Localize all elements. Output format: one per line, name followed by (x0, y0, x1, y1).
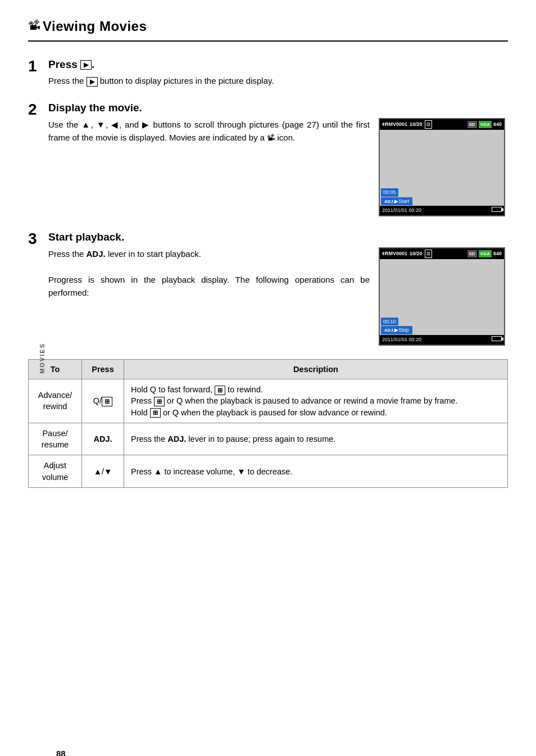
step-3-number: 3 (28, 230, 48, 346)
cell-press-advance: Q/⊞ (82, 379, 124, 423)
screen-2-adj: ADJ.▶Stop (381, 326, 412, 334)
screen-1-sd: SD (467, 121, 477, 128)
movie-icon-inline: 📽 (267, 133, 275, 142)
page-title: Viewing Movies (43, 17, 147, 36)
adj-bold-table: ADJ. (167, 434, 186, 443)
step-1-number: 1 (28, 57, 48, 88)
step-1: 1 Press ▶. Press the ▶ button to display… (28, 57, 508, 88)
table-row-volume: Adjustvolume ▲/▼ Press ▲ to increase vol… (29, 455, 508, 488)
camera-icon: 📽 (28, 17, 40, 35)
screen-1-filename: ¢RMV0001 (382, 121, 407, 128)
rewind-icon-1: ⊞ (215, 386, 225, 395)
sidebar-label: Movies (38, 343, 47, 374)
rewind-icon-2: ⊞ (154, 397, 165, 406)
screen-1-frame: 10/20 (410, 121, 423, 128)
table-row-pause: Pause/resume ADJ. Press the ADJ. lever i… (29, 423, 508, 455)
screen-2-body (380, 259, 504, 318)
col-header-to: To (29, 359, 82, 379)
screen-2-topbar: ¢RMV0001 10/20 ⊡ SDVGA 640 (380, 248, 504, 259)
screen-1-battery (492, 207, 502, 212)
screen-1-bottom: 00:05 ADJ.▶Start 2011/01/01 00:20 (380, 188, 504, 215)
step-1-content: Press ▶. Press the ▶ button to display p… (48, 57, 508, 88)
step-2-body: Use the ▲, ▼, ◀, and ▶ but­tons to scrol… (48, 118, 508, 216)
screen-2-bottom: 00:10 ADJ.▶Stop 2011/01/01 00:20 (380, 318, 504, 345)
step-3-heading: Start playback. (48, 230, 508, 245)
screen-1-topright: SDVGA 640 (467, 121, 502, 128)
screen-2-date: 2011/01/01 00:20 (380, 335, 504, 345)
cell-desc-volume: Press ▲ to increase volume, ▼ to decreas… (124, 455, 508, 488)
cell-desc-pause: Press the ADJ. lever in to pause; press … (124, 423, 508, 455)
screen-1-res: 640 (493, 121, 502, 128)
cell-press-volume: ▲/▼ (82, 455, 124, 488)
page-number: 88 (56, 748, 66, 756)
step-3-text: Press the ADJ. lever in to start playbac… (48, 247, 370, 346)
play-button-icon: ▶ (80, 60, 92, 70)
screen-2-topright: SDVGA 640 (467, 250, 502, 257)
camera-screen-2: ¢RMV0001 10/20 ⊡ SDVGA 640 (379, 247, 505, 346)
step-3-body: Press the ADJ. lever in to start playbac… (48, 247, 508, 346)
screen-2-sd: SD (467, 250, 477, 257)
step-2-heading: Display the movie. (48, 101, 508, 116)
screen-2-res: 640 (493, 250, 502, 257)
cell-press-pause: ADJ. (82, 423, 124, 455)
screen-2-folder: ⊡ (425, 250, 432, 258)
camera-screen-1: ¢RMV0001 10/20 ⊡ SDVGA 640 (379, 118, 505, 216)
step-3-screen: ¢RMV0001 10/20 ⊡ SDVGA 640 (379, 247, 508, 346)
step-3-content: Start playback. Press the ADJ. lever in … (48, 230, 508, 346)
screen-2-vga: VGA (479, 250, 492, 257)
adj-bold-1: ADJ. (87, 249, 106, 259)
screen-1-body (380, 130, 504, 189)
rewind-symbol: ⊞ (102, 397, 112, 406)
screen-1-topbar: ¢RMV0001 10/20 ⊡ SDVGA 640 (380, 119, 504, 130)
cell-to-volume: Adjustvolume (29, 455, 82, 488)
step-1-heading: Press ▶. (48, 57, 508, 73)
table-row-advance: Advance/rewind Q/⊞ Hold Q to fast forwar… (29, 379, 508, 423)
col-header-description: Description (124, 359, 508, 379)
cell-to-pause: Pause/resume (29, 423, 82, 455)
screen-2-time: 00:10 (381, 318, 398, 326)
step-2-screen: ¢RMV0001 10/20 ⊡ SDVGA 640 (379, 118, 508, 216)
cell-to-advance: Advance/rewind (29, 379, 82, 423)
operations-table: To Press Description Advance/rewind Q/⊞ … (28, 359, 508, 488)
screen-1-time: 00:05 (381, 188, 398, 197)
col-header-press: Press (82, 359, 124, 379)
rewind-icon-3: ⊞ (150, 408, 161, 418)
play-inline-icon: ▶ (87, 77, 98, 87)
cell-desc-advance: Hold Q to fast forward, ⊞ to rewind. Pre… (124, 379, 508, 423)
screen-2-topleft: ¢RMV0001 10/20 ⊡ (382, 250, 432, 258)
screen-1-topleft: ¢RMV0001 10/20 ⊡ (382, 120, 432, 129)
step-2-number: 2 (28, 101, 48, 216)
step-3: 3 Start playback. Press the ADJ. lever i… (28, 230, 508, 346)
screen-2-frame: 10/20 (410, 250, 423, 257)
page-header: 📽 Viewing Movies (28, 17, 508, 42)
screen-1-vga: VGA (479, 121, 492, 128)
table-header-row: To Press Description (29, 359, 508, 379)
screen-1-date: 2011/01/01 00:20 (380, 206, 504, 215)
step-1-text: Press the ▶ button to display pictures i… (48, 74, 508, 87)
step-2-text: Use the ▲, ▼, ◀, and ▶ but­tons to scrol… (48, 118, 370, 216)
screen-2-filename: ¢RMV0001 (382, 250, 407, 257)
screen-1-adj: ADJ.▶Start (381, 197, 412, 206)
adj-label-cell: ADJ. (93, 434, 112, 443)
step-2: 2 Display the movie. Use the ▲, ▼, ◀, an… (28, 101, 508, 216)
screen-2-battery (492, 336, 502, 341)
screen-1-folder: ⊡ (425, 120, 432, 129)
step-2-content: Display the movie. Use the ▲, ▼, ◀, and … (48, 101, 508, 216)
